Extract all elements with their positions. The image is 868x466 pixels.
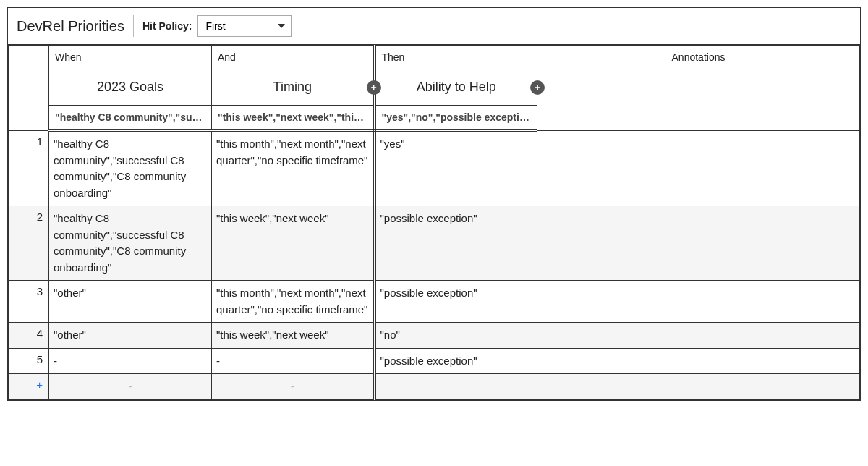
table-header: DevRel Priorities Hit Policy: FirstUniqu… (8, 8, 860, 45)
rule-annotation-cell[interactable] (537, 130, 860, 206)
output-column-ability[interactable]: Ability to Help + (375, 69, 537, 106)
input-column-goals[interactable]: 2023 Goals (49, 69, 212, 106)
rule-row: 4"other""this week","next week""no" (9, 323, 860, 349)
rule-input-cell[interactable]: "this month","next month","next quarter"… (212, 281, 375, 323)
rule-input-cell[interactable]: - (49, 348, 212, 374)
decision-table: DevRel Priorities Hit Policy: FirstUniqu… (7, 7, 861, 401)
rule-annotation-cell[interactable] (537, 281, 860, 323)
add-rule-output-placeholder[interactable] (375, 374, 537, 400)
output-column-ability-label: Ability to Help (417, 80, 496, 94)
table-title[interactable]: DevRel Priorities (17, 18, 133, 35)
hit-policy-select[interactable]: FirstUniquePriorityAnyCollect (197, 15, 292, 37)
rule-input-cell[interactable]: "other" (49, 323, 212, 349)
rule-row: 2"healthy C8 community","successful C8 c… (9, 206, 860, 281)
rule-number[interactable]: 5 (9, 348, 49, 374)
rule-annotation-cell[interactable] (537, 323, 860, 349)
rule-output-cell[interactable]: "possible exception" (375, 281, 537, 323)
rule-annotation-cell[interactable] (537, 206, 860, 281)
add-rule-input-placeholder[interactable]: - (212, 374, 375, 400)
row-number-header (9, 46, 49, 131)
input-clause-label-1: When (49, 46, 212, 69)
rule-row: 3"other""this month","next month","next … (9, 281, 860, 323)
rule-row: 5--"possible exception" (9, 348, 860, 374)
add-output-column-icon[interactable]: + (530, 80, 545, 95)
input-column-timing[interactable]: Timing + (212, 69, 375, 106)
rule-row: 1"healthy C8 community","successful C8 c… (9, 130, 860, 206)
add-rule-annotation-placeholder[interactable] (537, 374, 860, 400)
add-rule-input-placeholder[interactable]: - (49, 374, 212, 400)
input-column-timing-label: Timing (273, 80, 312, 94)
output-clause-label: Then (375, 46, 537, 69)
rule-input-cell[interactable]: "other" (49, 281, 212, 323)
rules-table: When And Then Annotations 2023 Goals Tim… (8, 45, 860, 400)
rule-input-cell[interactable]: - (212, 348, 375, 374)
rule-number[interactable]: 4 (9, 323, 49, 349)
rule-output-cell[interactable]: "no" (375, 323, 537, 349)
rule-output-cell[interactable]: "possible exception" (375, 206, 537, 281)
input-clause-label-2: And (212, 46, 375, 69)
rule-number[interactable]: 1 (9, 130, 49, 206)
annotations-header: Annotations (537, 46, 860, 131)
add-input-column-icon[interactable]: + (367, 80, 381, 95)
rule-input-cell[interactable]: "this week","next week" (212, 323, 375, 349)
rule-input-cell[interactable]: "this week","next week" (212, 206, 375, 281)
rule-input-cell[interactable]: "healthy C8 community","successful C8 co… (49, 206, 212, 281)
rule-input-cell[interactable]: "this month","next month","next quarter"… (212, 130, 375, 206)
hit-policy-label: Hit Policy: (142, 20, 192, 32)
allowed-values-ability[interactable]: "yes","no","possible exception" (375, 106, 537, 131)
rules-body: 1"healthy C8 community","successful C8 c… (9, 130, 860, 399)
allowed-values-goals[interactable]: "healthy C8 community","succe… (49, 106, 212, 131)
add-rule-button[interactable]: + (9, 374, 49, 400)
rule-annotation-cell[interactable] (537, 348, 860, 374)
add-rule-row: +-- (9, 374, 860, 400)
rule-output-cell[interactable]: "yes" (375, 130, 537, 206)
allowed-values-timing[interactable]: "this week","next week","this mo… (212, 106, 375, 131)
rule-number[interactable]: 3 (9, 281, 49, 323)
divider (133, 15, 134, 37)
rule-output-cell[interactable]: "possible exception" (375, 348, 537, 374)
rule-input-cell[interactable]: "healthy C8 community","successful C8 co… (49, 130, 212, 206)
rule-number[interactable]: 2 (9, 206, 49, 281)
input-column-goals-label: 2023 Goals (97, 80, 163, 94)
label-row: When And Then Annotations (9, 46, 860, 69)
